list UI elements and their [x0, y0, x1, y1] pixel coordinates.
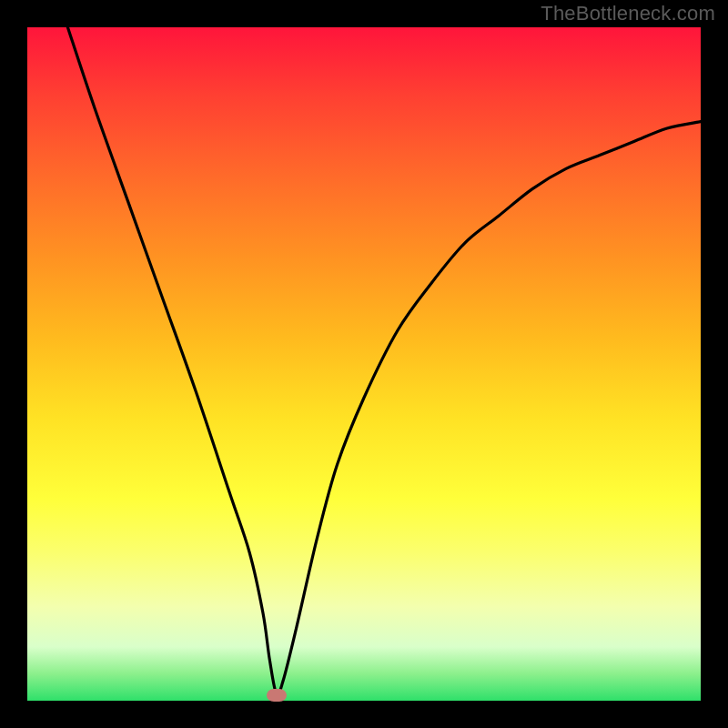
optimal-point-marker — [267, 689, 287, 702]
watermark-text: TheBottleneck.com — [541, 2, 715, 25]
curve-svg — [27, 27, 701, 701]
bottleneck-curve — [67, 27, 701, 695]
chart-frame: TheBottleneck.com — [0, 0, 728, 728]
plot-area — [27, 27, 701, 701]
